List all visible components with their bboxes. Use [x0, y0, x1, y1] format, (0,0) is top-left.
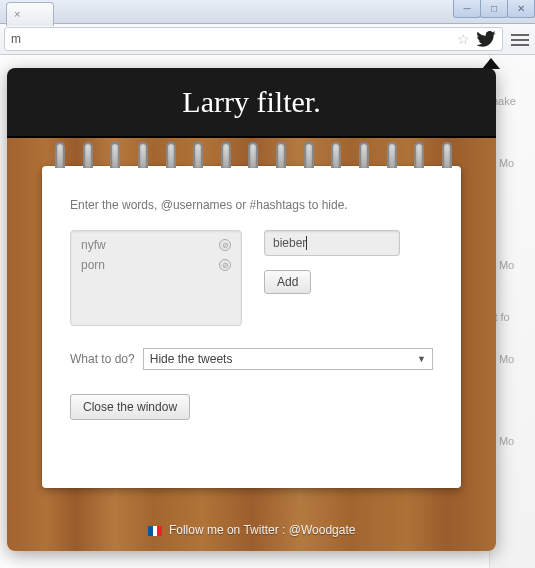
- popup-title: Larry filter.: [7, 68, 496, 138]
- filter-item: porn ⊘: [71, 255, 241, 275]
- action-label: What to do?: [70, 352, 135, 366]
- select-value: Hide the tweets: [150, 352, 233, 366]
- extension-popup: Larry filter. Enter the words, @username…: [7, 68, 496, 551]
- browser-titlebar: × ─ □ ✕: [0, 0, 535, 24]
- input-value: bieber: [273, 236, 306, 250]
- bg-text: • Mo: [492, 435, 535, 447]
- filter-word: nyfw: [81, 238, 106, 252]
- new-filter-input[interactable]: bieber: [264, 230, 400, 256]
- notepad-spirals: [52, 142, 451, 172]
- url-text: m: [11, 32, 21, 46]
- instruction-text: Enter the words, @usernames or #hashtags…: [70, 198, 433, 212]
- remove-filter-icon[interactable]: ⊘: [219, 259, 231, 271]
- france-flag-icon: [148, 526, 162, 536]
- window-maximize-button[interactable]: □: [480, 0, 508, 18]
- window-minimize-button[interactable]: ─: [453, 0, 481, 18]
- add-button[interactable]: Add: [264, 270, 311, 294]
- browser-menu-icon[interactable]: [511, 32, 529, 46]
- chevron-down-icon: ▼: [417, 354, 426, 364]
- close-window-button[interactable]: Close the window: [70, 394, 190, 420]
- bg-text: nake: [492, 95, 535, 107]
- window-close-button[interactable]: ✕: [507, 0, 535, 18]
- twitter-extension-icon[interactable]: [476, 31, 496, 47]
- title-text: Larry filter.: [182, 85, 320, 119]
- bg-text: • Mo: [492, 259, 535, 271]
- tab-close-icon[interactable]: ×: [14, 8, 20, 20]
- url-field[interactable]: m ☆: [4, 27, 503, 51]
- popup-pointer: [482, 58, 500, 69]
- address-bar: m ☆: [0, 24, 535, 55]
- remove-filter-icon[interactable]: ⊘: [219, 239, 231, 251]
- add-button-label: Add: [277, 275, 298, 289]
- footer-text: Follow me on Twitter : @Woodgate: [169, 523, 356, 537]
- filter-item: nyfw ⊘: [71, 235, 241, 255]
- close-button-label: Close the window: [83, 400, 177, 414]
- filter-list: nyfw ⊘ porn ⊘: [70, 230, 242, 326]
- bg-text: • Mo: [492, 157, 535, 169]
- notepad-card: Enter the words, @usernames or #hashtags…: [42, 166, 461, 488]
- filter-word: porn: [81, 258, 105, 272]
- bg-text: it fo: [492, 311, 535, 323]
- popup-footer: Follow me on Twitter : @Woodgate: [7, 523, 496, 537]
- bg-text: • Mo: [492, 353, 535, 365]
- popup-body: Enter the words, @usernames or #hashtags…: [7, 138, 496, 551]
- action-select[interactable]: Hide the tweets ▼: [143, 348, 433, 370]
- bookmark-star-icon[interactable]: ☆: [457, 31, 470, 47]
